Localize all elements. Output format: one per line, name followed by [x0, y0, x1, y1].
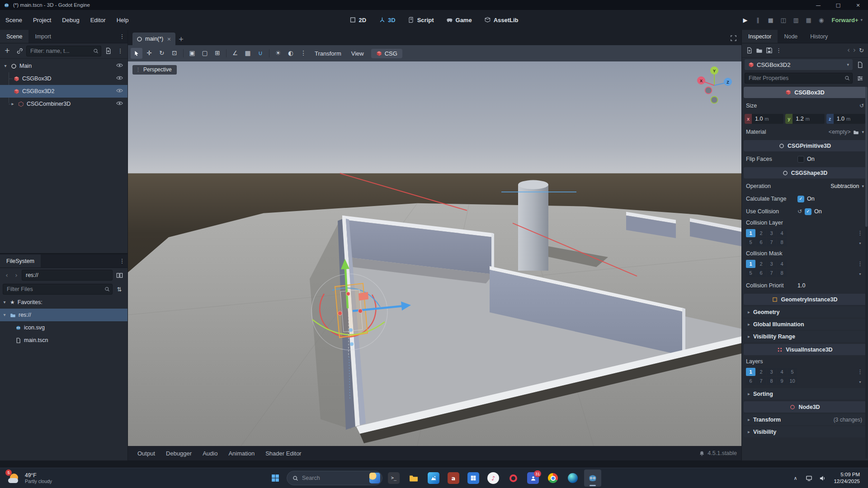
- group-visibility[interactable]: ▸ Visibility: [744, 426, 866, 437]
- collision-layer-cell[interactable]: 6: [756, 238, 766, 246]
- load-resource-button[interactable]: [756, 47, 763, 54]
- menu-debug[interactable]: Debug: [57, 10, 85, 30]
- tab-history[interactable]: History: [804, 30, 834, 43]
- collision-mask-cell[interactable]: 1: [746, 260, 755, 268]
- collision-layer-cell[interactable]: 8: [777, 238, 787, 246]
- gizmo-handle-blue[interactable]: [350, 342, 354, 346]
- taskbar-store[interactable]: [465, 469, 482, 487]
- tab-node[interactable]: Node: [778, 30, 804, 43]
- output-button[interactable]: Output: [132, 450, 160, 457]
- edit-forward-button[interactable]: ›: [853, 47, 856, 54]
- dock-options-button[interactable]: ⋮: [117, 254, 127, 267]
- remote-debug-button[interactable]: ◫: [778, 14, 789, 26]
- layer-options-button[interactable]: ⋮: [857, 230, 863, 236]
- size-z-field[interactable]: z 1.0 m: [826, 114, 865, 124]
- visibility-eye-icon[interactable]: [116, 75, 123, 83]
- new-resource-button[interactable]: [746, 47, 753, 54]
- nav-forward-button[interactable]: ›: [12, 272, 20, 278]
- rotate-tool-button[interactable]: ↻: [156, 48, 168, 59]
- tab-import[interactable]: Import: [28, 30, 57, 43]
- visibility-eye-icon[interactable]: [116, 87, 123, 95]
- dock-options-button[interactable]: ⋮: [117, 30, 127, 43]
- group-geometry[interactable]: ▸ Geometry: [744, 306, 866, 318]
- taskbar-opera[interactable]: [505, 469, 522, 487]
- taskbar-chrome[interactable]: [544, 469, 561, 487]
- visibility-eye-icon[interactable]: [116, 62, 123, 70]
- tree-node-csgbox3d2[interactable]: CSGBox3D2: [0, 85, 127, 98]
- gizmo-plane-handle[interactable]: [359, 292, 368, 300]
- play-button[interactable]: ▶: [740, 14, 751, 26]
- expand-grid-icon[interactable]: ▾: [859, 380, 861, 384]
- select-tool-button[interactable]: [131, 48, 142, 59]
- size-y-field[interactable]: y 1.2 m: [785, 114, 824, 124]
- weather-widget[interactable]: 5 49°F Partly cloudy: [3, 468, 57, 488]
- layers-cell[interactable]: 2: [756, 368, 766, 376]
- menu-project[interactable]: Project: [28, 10, 57, 30]
- collision-mask-cell[interactable]: 5: [746, 269, 755, 277]
- instantiate-scene-button[interactable]: [14, 46, 25, 56]
- taskbar-terminal[interactable]: >_: [385, 469, 402, 487]
- clock[interactable]: 5:09 PM 12/24/2025: [830, 471, 863, 485]
- scene-tab-main[interactable]: main(*) ×: [132, 33, 175, 45]
- perspective-menu[interactable]: ⋮ Perspective: [132, 65, 177, 75]
- preview-environment-button[interactable]: ◐: [285, 48, 297, 59]
- edited-object-dropdown[interactable]: CSGBox3D2 ▾: [745, 59, 853, 70]
- collapse-icon[interactable]: ▾: [3, 64, 8, 68]
- notification-bell-icon[interactable]: [699, 450, 705, 456]
- deploy-button[interactable]: ▥: [790, 14, 802, 26]
- axis-neg-x-ball[interactable]: [705, 87, 712, 94]
- collision-layer-cell[interactable]: 7: [767, 238, 776, 246]
- object-history-button[interactable]: ↻: [859, 47, 864, 53]
- mask-options-button[interactable]: ⋮: [857, 261, 863, 267]
- collision-mask-cell[interactable]: 4: [777, 260, 787, 268]
- taskbar-search-input[interactable]: [302, 471, 366, 485]
- collision-layer-cell[interactable]: 1: [746, 229, 755, 237]
- pause-button[interactable]: ‖: [752, 14, 764, 26]
- network-button[interactable]: [803, 471, 815, 485]
- attach-script-button[interactable]: [103, 46, 113, 56]
- file-filter-input[interactable]: [3, 284, 113, 295]
- menu-editor[interactable]: Editor: [85, 10, 111, 30]
- inspector-scrollbar[interactable]: [865, 87, 868, 459]
- renderer-dropdown[interactable]: Forward+ ▾: [832, 17, 863, 23]
- tab-inspector[interactable]: Inspector: [742, 30, 778, 43]
- collision-mask-cell[interactable]: 8: [777, 269, 787, 277]
- collision-layer-cell[interactable]: 3: [767, 229, 776, 237]
- 3d-viewport[interactable]: ⋮ Perspective Y X Z: [128, 61, 741, 446]
- workspace-script[interactable]: Script: [403, 15, 439, 25]
- collision-layer-cell[interactable]: 2: [756, 229, 766, 237]
- sort-files-button[interactable]: ⇅: [114, 284, 125, 295]
- workspace-2d[interactable]: 2D: [344, 15, 372, 25]
- preview-sun-button[interactable]: ☀: [272, 48, 284, 59]
- debugger-button[interactable]: Debugger: [161, 450, 197, 457]
- expand-grid-icon[interactable]: ▾: [859, 272, 861, 276]
- tree-node-csgbox3d[interactable]: CSGBox3D: [0, 72, 127, 85]
- close-button[interactable]: ×: [848, 0, 868, 10]
- filter-properties-input[interactable]: [745, 73, 853, 84]
- scene-tree-options-button[interactable]: ⋮: [115, 46, 126, 56]
- layers-cell[interactable]: 8: [767, 377, 776, 385]
- start-button[interactable]: [267, 469, 284, 487]
- revert-icon[interactable]: ↺: [859, 103, 864, 108]
- layers-cell[interactable]: 7: [756, 377, 766, 385]
- open-docs-button[interactable]: [854, 61, 865, 68]
- nav-back-button[interactable]: ‹: [3, 272, 11, 278]
- property-tools-button[interactable]: [854, 75, 865, 82]
- collision-mask-cell[interactable]: 3: [767, 260, 776, 268]
- new-scene-tab-button[interactable]: +: [175, 33, 187, 45]
- add-node-button[interactable]: +: [2, 46, 13, 56]
- operation-dropdown[interactable]: Subtraction ▾: [797, 183, 864, 189]
- taskbar-search[interactable]: [287, 471, 382, 485]
- layers-cell[interactable]: 9: [777, 377, 787, 385]
- tree-node-main[interactable]: ▾ Main: [0, 60, 127, 72]
- tab-filesystem[interactable]: FileSystem: [0, 254, 41, 267]
- axis-navigation-gizmo[interactable]: Y X Z: [693, 64, 735, 106]
- split-view-button[interactable]: [114, 270, 125, 281]
- collision-mask-cell[interactable]: 7: [767, 269, 776, 277]
- volume-button[interactable]: [816, 471, 828, 485]
- distraction-free-button[interactable]: [730, 35, 737, 43]
- workspace-assetlib[interactable]: AssetLib: [479, 15, 524, 25]
- save-resource-button[interactable]: [766, 47, 773, 54]
- layers-cell[interactable]: 4: [777, 368, 787, 376]
- tab-scene[interactable]: Scene: [0, 30, 28, 43]
